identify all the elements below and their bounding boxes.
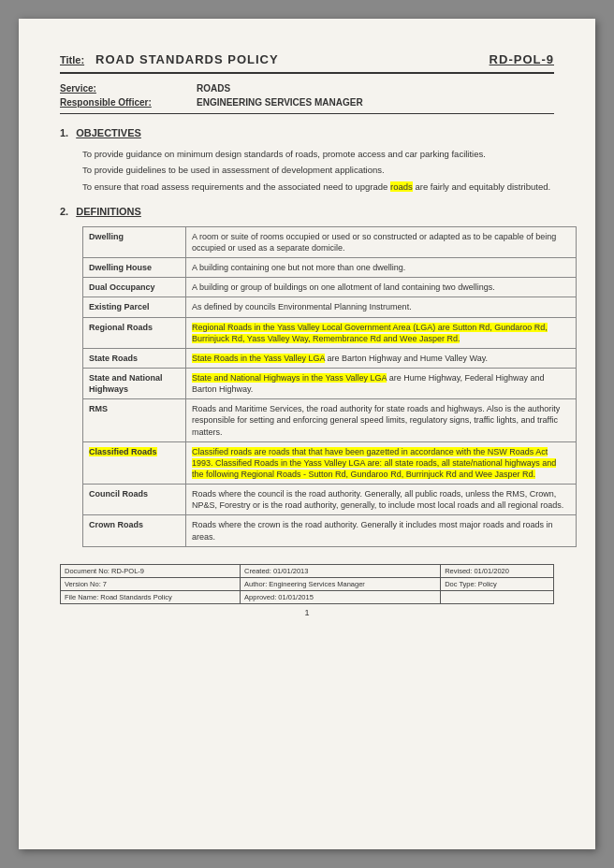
table-row: RMS Roads and Maritime Services, the roa… [83,399,577,441]
term-classified-roads: Classified Roads [83,441,186,484]
service-row: Service: ROADS [60,83,554,94]
term-dwelling: Dwelling [83,226,186,257]
def-regional-roads: Regional Roads in the Yass Valley Local … [186,317,577,348]
table-row: Council Roads Roads where the council is… [83,485,577,515]
definitions-table: Dwelling A room or suite of rooms occupi… [82,226,577,547]
footer-approved: Approved: 01/01/2015 [241,590,441,603]
objective-1: To provide guidance on minimum design st… [82,148,554,160]
page-number: 1 [60,608,554,617]
footer-table: Document No: RD-POL-9 Created: 01/01/201… [60,564,554,604]
def-dwelling-house: A building containing one but not more t… [186,258,577,278]
section2-title: DEFINITIONS [76,206,141,217]
footer-filename: File Name: Road Standards Policy [61,590,241,603]
term-dual-occupancy: Dual Occupancy [83,278,186,297]
footer-row-2: Version No: 7 Author: Engineering Servic… [61,577,554,590]
section1-header: 1. OBJECTIVES [60,127,554,142]
term-state-roads: State Roads [83,348,186,368]
section1-number: 1. [60,127,68,138]
section1-title: OBJECTIVES [76,127,141,138]
table-row: Dwelling A room or suite of rooms occupi… [83,226,577,257]
table-row: State and National Highways State and Na… [83,369,577,399]
def-dual-occupancy: A building or group of buildings on one … [186,278,577,297]
table-row: Dwelling House A building containing one… [83,258,577,278]
def-dwelling: A room or suite of rooms occupied or use… [186,226,577,257]
footer-doctype: Doc Type: Policy [441,577,554,590]
def-existing-parcel: As defined by councils Environmental Pla… [186,297,577,317]
footer-row-3: File Name: Road Standards Policy Approve… [61,590,554,603]
def-council-roads: Roads where the council is the road auth… [186,485,577,515]
table-row: Classified Roads Classified roads are ro… [83,441,577,484]
section2-header: 2. DEFINITIONS [60,206,554,221]
footer-author: Author: Engineering Services Manager [241,577,441,590]
def-crown-roads: Roads where the crown is the road author… [186,515,577,546]
roads-highlight: roads [390,181,413,192]
term-dwelling-house: Dwelling House [83,258,186,278]
classified-roads-def-highlight: Classified roads are roads that that hav… [192,447,556,479]
document-page: Title: ROAD STANDARDS POLICY RD-POL-9 Se… [19,19,595,849]
title-section: Title: ROAD STANDARDS POLICY [60,52,279,66]
term-state-national: State and National Highways [83,369,186,399]
officer-row: Responsible Officer: ENGINEERING SERVICE… [60,97,554,108]
table-row: Regional Roads Regional Roads in the Yas… [83,317,577,348]
footer-created: Created: 01/01/2013 [241,564,441,577]
footer-blank [441,590,554,603]
term-regional-roads: Regional Roads [83,317,186,348]
term-crown-roads: Crown Roads [83,515,186,546]
classified-roads-term-highlight: Classified Roads [89,447,157,456]
document-header: Title: ROAD STANDARDS POLICY RD-POL-9 [60,52,554,74]
objective-3: To ensure that road assess requirements … [82,181,554,193]
title-label: Title: [60,54,84,65]
service-label: Service: [60,83,182,94]
state-roads-highlight: State Roads in the Yass Valley LGA [192,354,325,363]
term-existing-parcel: Existing Parcel [83,297,186,317]
term-rms: RMS [83,399,186,441]
table-row: Crown Roads Roads where the crown is the… [83,515,577,546]
def-state-national: State and National Highways in the Yass … [186,369,577,399]
table-row: State Roads State Roads in the Yass Vall… [83,348,577,368]
footer-doc-id: Document No: RD-POL-9 [61,564,241,577]
footer-version: Version No: 7 [61,577,241,590]
doc-number: RD-POL-9 [490,52,554,66]
header-divider [60,113,554,114]
table-row: Dual Occupancy A building or group of bu… [83,278,577,297]
officer-value: ENGINEERING SERVICES MANAGER [197,97,363,108]
officer-label: Responsible Officer: [60,97,182,108]
regional-roads-highlight: Regional Roads in the Yass Valley Local … [192,323,548,343]
term-council-roads: Council Roads [83,485,186,515]
footer-row-1: Document No: RD-POL-9 Created: 01/01/201… [61,564,554,577]
objective-2: To provide guidelines to be used in asse… [82,164,554,176]
title-value: ROAD STANDARDS POLICY [95,52,279,66]
table-row: Existing Parcel As defined by councils E… [83,297,577,317]
def-rms: Roads and Maritime Services, the road au… [186,399,577,441]
state-national-highlight: State and National Highways in the Yass … [192,373,387,383]
footer-revised: Revised: 01/01/2020 [441,564,554,577]
section2-number: 2. [60,206,68,217]
service-value: ROADS [197,83,230,94]
def-state-roads: State Roads in the Yass Valley LGA are B… [186,348,577,368]
def-classified-roads: Classified roads are roads that that hav… [186,441,577,484]
